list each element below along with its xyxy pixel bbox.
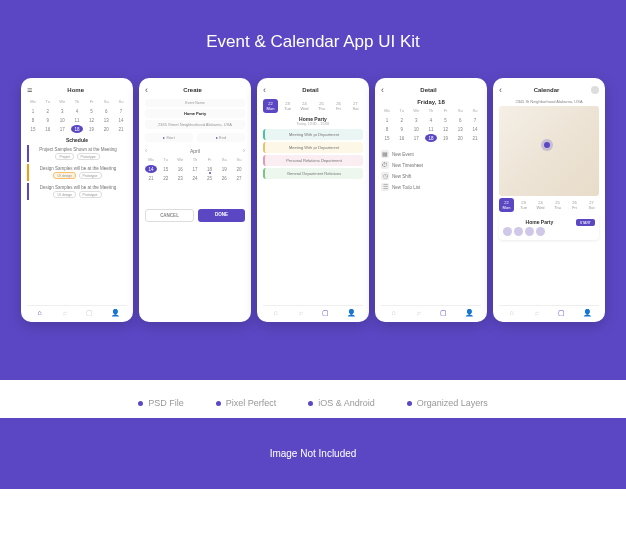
event-block[interactable]: Meeting With pr Department <box>263 129 363 140</box>
event-name-input[interactable]: Home Party <box>145 109 245 118</box>
search-icon[interactable]: ⌕ <box>297 309 305 317</box>
todo-icon: ☰ <box>381 183 389 191</box>
address-text: 2345 St Neighborhood Alabama, USA <box>499 99 599 104</box>
day-tab[interactable]: 26Fri <box>567 198 582 212</box>
done-button[interactable]: DONE <box>198 209 245 222</box>
screen-title: Calendar <box>502 87 591 93</box>
quick-action[interactable]: ☰New Todo List <box>381 183 481 191</box>
screen-title: Detail <box>266 87 355 93</box>
schedule-item[interactable]: Design Samples will be at the Meeting UI… <box>27 183 127 200</box>
day-tab[interactable]: 27Sat <box>584 198 599 212</box>
chip[interactable]: Prototype <box>77 153 100 160</box>
footnote: Image Not Included <box>0 418 626 489</box>
month-label: April <box>190 148 200 154</box>
selected-day[interactable]: 18 <box>425 134 437 142</box>
home-icon[interactable]: ⌂ <box>36 309 44 317</box>
calendar-icon[interactable]: ▢ <box>322 309 330 317</box>
day-tab[interactable]: 24Wed <box>533 198 548 212</box>
chip[interactable]: Project <box>55 153 74 160</box>
bottom-nav: ⌂ ⌕ ▢ 👤 <box>27 305 127 317</box>
calendar-icon[interactable]: ▢ <box>558 309 566 317</box>
user-icon[interactable]: 👤 <box>465 309 473 317</box>
day-tab[interactable]: 24Wed <box>297 99 312 113</box>
avatar[interactable] <box>591 86 599 94</box>
day-tab[interactable]: 22Mon <box>499 198 514 212</box>
start-button[interactable]: START <box>576 219 595 226</box>
event-card[interactable]: START Home Party <box>499 215 599 240</box>
home-icon[interactable]: ⌂ <box>272 309 280 317</box>
screen-create: ‹ Create Event Name Home Party 2345 Stre… <box>139 78 251 322</box>
screen-calendar-map: ‹ Calendar 2345 St Neighborhood Alabama,… <box>493 78 605 322</box>
day-tabs: 22Mon 23Tue 24Wed 25Thu 26Fri 27Sat <box>263 99 363 113</box>
search-icon[interactable]: ⌕ <box>415 309 423 317</box>
user-icon[interactable]: 👤 <box>111 309 119 317</box>
day-tab[interactable]: 23Tue <box>516 198 531 212</box>
screen-title: Create <box>148 87 237 93</box>
event-block[interactable]: Meeting With pr Department <box>263 142 363 153</box>
attendee-avatar <box>514 227 523 236</box>
user-icon[interactable]: 👤 <box>583 309 591 317</box>
end-input[interactable]: ▸ End <box>197 133 245 142</box>
timesheet-icon: ⏱ <box>381 161 389 169</box>
chip[interactable]: Prototype <box>79 191 102 198</box>
schedule-item[interactable]: Design Samples will be at the Meeting UI… <box>27 164 127 181</box>
start-input[interactable]: ▸ Start <box>145 133 193 142</box>
schedule-heading: Schedule <box>27 137 127 143</box>
prev-month-icon[interactable]: ‹ <box>145 147 147 154</box>
date-heading: Friday, 18 <box>381 99 481 105</box>
search-icon[interactable]: ⌕ <box>533 309 541 317</box>
attendee-avatars <box>503 227 595 236</box>
address-input[interactable]: 2345 Street Neighborhood Alabama, USA <box>145 120 245 129</box>
calendar-icon[interactable]: ▢ <box>86 309 94 317</box>
screen-home: ≡ Home MoTuWeThFrSaSu 1234567 8910111213… <box>21 78 133 322</box>
user-icon[interactable]: 👤 <box>347 309 355 317</box>
quick-action[interactable]: ⏱New Timesheet <box>381 161 481 169</box>
map-view[interactable] <box>499 106 599 196</box>
attendee-avatar <box>525 227 534 236</box>
hero-event-time: Today, 10:00 – 15:00 <box>263 122 363 126</box>
attendee-avatar <box>536 227 545 236</box>
day-tab[interactable]: 23Tue <box>280 99 295 113</box>
next-month-icon[interactable]: › <box>243 147 245 154</box>
feature-item: Organized Layers <box>407 398 488 408</box>
day-tab[interactable]: 25Thu <box>550 198 565 212</box>
home-icon[interactable]: ⌂ <box>508 309 516 317</box>
attendee-avatar <box>503 227 512 236</box>
schedule-item[interactable]: Project Samples Shown at the Meeting Pro… <box>27 145 127 162</box>
selected-day[interactable]: 18 <box>71 125 83 133</box>
page-title: Event & Calendar App UI Kit <box>0 32 626 52</box>
day-tab[interactable]: 22Mon <box>263 99 278 113</box>
home-icon[interactable]: ⌂ <box>390 309 398 317</box>
weekday-header: MoTuWeThFrSaSu <box>27 99 127 104</box>
feature-item: iOS & Android <box>308 398 375 408</box>
quick-action[interactable]: ◷New Shift <box>381 172 481 180</box>
day-tab[interactable]: 27Sat <box>348 99 363 113</box>
calendar-icon[interactable]: ▢ <box>440 309 448 317</box>
screen-detail-actions: ‹ Detail Friday, 18 MoTuWeThFrSaSu 12345… <box>375 78 487 322</box>
feature-list: PSD File Pixel Perfect iOS & Android Org… <box>0 380 626 418</box>
event-name-label: Event Name <box>145 99 245 107</box>
shift-icon: ◷ <box>381 172 389 180</box>
chip[interactable]: UI design <box>53 172 76 179</box>
chip[interactable]: Prototype <box>79 172 102 179</box>
selected-day[interactable]: 14 <box>145 165 157 173</box>
screen-detail-day: ‹ Detail 22Mon 23Tue 24Wed 25Thu 26Fri 2… <box>257 78 369 322</box>
day-tab[interactable]: 25Thu <box>314 99 329 113</box>
cancel-button[interactable]: CANCEL <box>145 209 194 222</box>
event-block[interactable]: General Department Relations <box>263 168 363 179</box>
feature-item: PSD File <box>138 398 184 408</box>
chip[interactable]: UI design <box>53 191 76 198</box>
event-block[interactable]: Personal Relations Department <box>263 155 363 166</box>
screen-title: Home <box>32 87 119 93</box>
screen-title: Detail <box>384 87 473 93</box>
event-icon: ▦ <box>381 150 389 158</box>
search-icon[interactable]: ⌕ <box>61 309 69 317</box>
day-tab[interactable]: 26Fri <box>331 99 346 113</box>
quick-action[interactable]: ▦New Event <box>381 150 481 158</box>
feature-item: Pixel Perfect <box>216 398 277 408</box>
